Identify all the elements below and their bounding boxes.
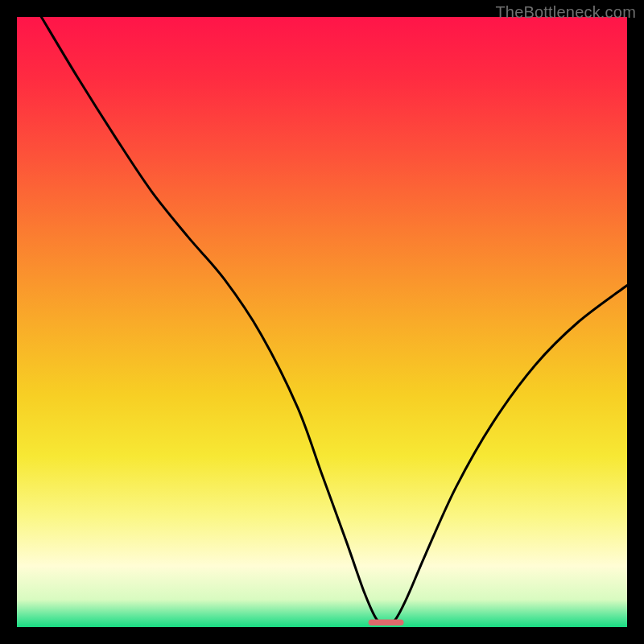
chart-svg [17,17,627,627]
watermark-text: TheBottleneck.com [495,3,636,22]
plot-area [17,17,627,627]
minimum-marker [369,619,404,625]
gradient-background [17,17,627,627]
outer-frame: TheBottleneck.com [0,0,644,644]
